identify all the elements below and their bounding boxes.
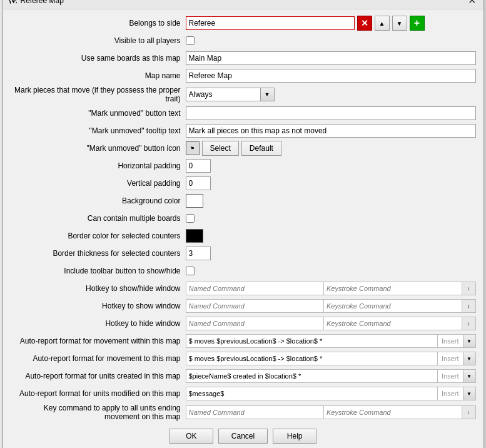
horizontal-padding-input[interactable]: [186, 159, 211, 173]
up-button[interactable]: ▲: [375, 16, 390, 31]
belongs-to-side-label: Belongs to side: [11, 19, 186, 28]
hotkey-show-label: Hotkey to show window: [11, 302, 186, 310]
bottom-buttons: OK Cancel Help: [11, 424, 476, 448]
hotkey-hide-keystroke-input[interactable]: [324, 317, 462, 330]
auto-units-modified-label: Auto-report format for units modified on…: [11, 389, 186, 398]
include-toolbar-label: Include toolbar button to show/hide: [11, 267, 186, 275]
map-name-row: Map name: [11, 68, 476, 83]
border-thickness-label: Border thickness for selected counters: [11, 249, 186, 258]
mark-unmoved-tooltip-row: "Mark unmoved" tooltip text: [11, 123, 476, 138]
belongs-to-side-controls: ✕ ▲ ▼ +: [186, 16, 425, 31]
mark-pieces-dropdown: ▼: [186, 88, 275, 101]
hotkey-show-scroll-btn[interactable]: ↕: [462, 299, 476, 313]
mark-unmoved-tooltip-label: "Mark unmoved" tooltip text: [11, 126, 186, 135]
key-command-controls: ↕: [186, 405, 476, 419]
hotkey-show-keystroke-input[interactable]: [324, 299, 462, 313]
auto-movement-within-input[interactable]: [186, 334, 438, 348]
auto-movement-within-dropdown-btn[interactable]: ▼: [463, 334, 476, 348]
hotkey-hide-scroll-btn[interactable]: ↕: [462, 317, 476, 330]
cancel-button[interactable]: Cancel: [218, 429, 268, 444]
hotkey-show-hide-keystroke-input[interactable]: [324, 282, 462, 295]
vertical-padding-row: Vertical padding: [11, 176, 476, 191]
auto-movement-to-label: Auto-report format for movement to this …: [11, 354, 186, 363]
horizontal-padding-row: Horizontal padding: [11, 158, 476, 173]
select-button[interactable]: Select: [202, 141, 239, 156]
auto-units-modified-input[interactable]: [186, 387, 438, 400]
can-contain-checkbox[interactable]: [186, 214, 195, 223]
auto-units-modified-insert-btn[interactable]: Insert: [438, 387, 463, 400]
auto-units-modified-dropdown-btn[interactable]: ▼: [463, 387, 476, 400]
hotkey-show-hide-row: Hotkey to show/hide window ↕: [11, 281, 476, 296]
background-color-picker[interactable]: [186, 194, 203, 208]
mark-unmoved-text-input[interactable]: [186, 106, 476, 120]
hotkey-hide-named-input[interactable]: [186, 317, 325, 330]
belongs-to-side-input[interactable]: [186, 16, 355, 30]
help-button[interactable]: Help: [273, 429, 316, 444]
hotkey-show-hide-named-input[interactable]: [186, 282, 325, 295]
auto-units-created-insert-btn[interactable]: Insert: [438, 369, 463, 383]
key-command-scroll-btn[interactable]: ↕: [462, 405, 476, 419]
auto-movement-to-row: Auto-report format for movement to this …: [11, 351, 476, 366]
mark-pieces-label: Mark pieces that move (if they possess t…: [11, 86, 186, 103]
border-thickness-input[interactable]: [186, 247, 211, 260]
delete-button[interactable]: ✕: [357, 16, 372, 31]
key-command-named-input[interactable]: [186, 405, 325, 419]
visible-all-label: Visible to all players: [11, 36, 186, 45]
hotkey-show-named-input[interactable]: [186, 299, 325, 313]
can-contain-label: Can contain multiple boards: [11, 214, 186, 223]
visible-all-checkbox[interactable]: [186, 36, 195, 45]
mark-unmoved-icon-controls: ⚑ Select Default: [186, 141, 281, 156]
mark-pieces-row: Mark pieces that move (if they possess t…: [11, 86, 476, 103]
use-same-boards-input[interactable]: [186, 51, 476, 65]
default-button[interactable]: Default: [241, 141, 281, 156]
include-toolbar-checkbox[interactable]: [186, 267, 195, 275]
mark-unmoved-icon-row: "Mark unmoved" button icon ⚑ Select Defa…: [11, 141, 476, 156]
add-button[interactable]: +: [410, 16, 425, 31]
auto-units-created-dropdown-btn[interactable]: ▼: [463, 369, 476, 383]
auto-units-created-input[interactable]: [186, 369, 438, 383]
auto-movement-within-insert-btn[interactable]: Insert: [438, 334, 463, 348]
key-command-row: Key command to apply to all units ending…: [11, 404, 476, 421]
titlebar-left: 🗺 Referee Map: [8, 0, 64, 6]
border-thickness-row: Border thickness for selected counters: [11, 246, 476, 261]
app-icon: 🗺: [8, 0, 17, 6]
mark-unmoved-tooltip-input[interactable]: [186, 124, 476, 138]
use-same-boards-label: Use same boards as this map: [11, 54, 186, 63]
auto-units-created-row: Auto-report format for units created in …: [11, 369, 476, 384]
down-button[interactable]: ▼: [392, 16, 407, 31]
border-color-label: Border color for selected counters: [11, 232, 186, 240]
mark-unmoved-icon-label: "Mark unmoved" button icon: [11, 144, 186, 153]
hotkey-show-hide-scroll-btn[interactable]: ↕: [462, 282, 476, 295]
ok-button[interactable]: OK: [170, 429, 213, 444]
hotkey-hide-controls: ↕: [186, 317, 476, 330]
mark-unmoved-text-row: "Mark unmoved" button text: [11, 106, 476, 121]
visible-all-row: Visible to all players: [11, 33, 476, 48]
hotkey-show-hide-label: Hotkey to show/hide window: [11, 284, 186, 293]
mark-pieces-input[interactable]: [186, 88, 261, 101]
form-content: Belongs to side ✕ ▲ ▼ + Visible to all p…: [3, 9, 483, 448]
auto-movement-within-controls: Insert ▼: [186, 334, 476, 348]
map-name-input[interactable]: [186, 69, 476, 83]
mark-unmoved-text-label: "Mark unmoved" button text: [11, 109, 186, 118]
auto-movement-within-label: Auto-report format for movement within t…: [11, 337, 186, 345]
belongs-to-side-row: Belongs to side ✕ ▲ ▼ +: [11, 16, 476, 31]
auto-units-created-label: Auto-report format for units created in …: [11, 372, 186, 380]
auto-units-modified-row: Auto-report format for units modified on…: [11, 386, 476, 401]
mark-pieces-dropdown-btn[interactable]: ▼: [261, 88, 275, 101]
vertical-padding-input[interactable]: [186, 176, 211, 190]
map-name-label: Map name: [11, 71, 186, 80]
window-title: Referee Map: [21, 0, 64, 5]
hotkey-show-row: Hotkey to show window ↕: [11, 298, 476, 313]
horizontal-padding-label: Horizontal padding: [11, 161, 186, 170]
key-command-keystroke-input[interactable]: [324, 405, 462, 419]
border-color-picker[interactable]: [186, 229, 203, 243]
auto-movement-to-insert-btn[interactable]: Insert: [438, 352, 463, 365]
hotkey-hide-label: Hotkey to hide window: [11, 319, 186, 328]
auto-units-created-controls: Insert ▼: [186, 369, 476, 383]
auto-movement-to-dropdown-btn[interactable]: ▼: [463, 352, 476, 365]
auto-movement-to-input[interactable]: [186, 352, 438, 365]
auto-units-modified-controls: Insert ▼: [186, 387, 476, 400]
close-button[interactable]: ✕: [466, 0, 478, 7]
hotkey-show-hide-controls: ↕: [186, 282, 476, 295]
titlebar: 🗺 Referee Map ✕: [3, 0, 483, 9]
